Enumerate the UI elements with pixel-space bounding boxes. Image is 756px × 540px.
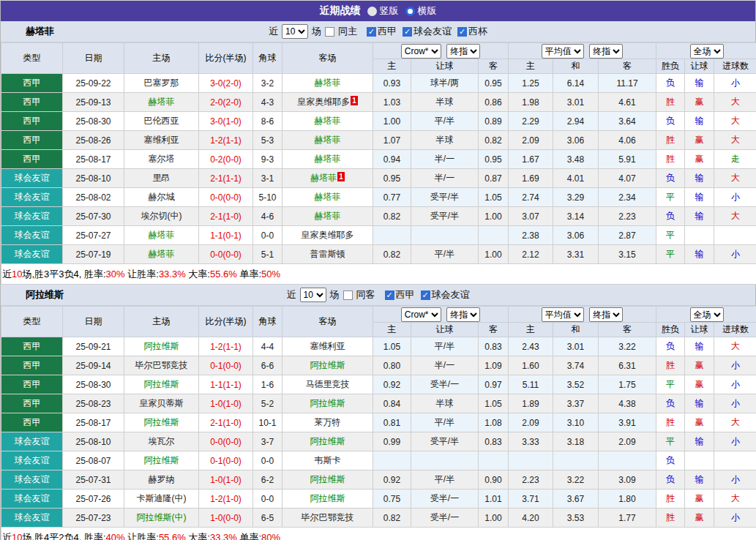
corner-score: 5-10 (253, 188, 282, 207)
corner-score: 8-6 (253, 112, 282, 131)
home-team[interactable]: 里昂 (153, 173, 171, 183)
corner-score: 4-3 (253, 93, 282, 112)
match-score: 1-2(1-1) (199, 337, 253, 356)
home-team[interactable]: 塞尔塔 (149, 154, 175, 164)
home-team-cell: 塞维利亚 (124, 131, 199, 150)
away-team[interactable]: 赫塔菲 (315, 78, 341, 88)
away-team[interactable]: 阿拉维斯 (310, 360, 345, 370)
recent-count-select[interactable]: 10 (300, 288, 326, 302)
away-team[interactable]: 塞维利亚 (310, 341, 345, 351)
crow-provider-select[interactable]: Crow* (401, 307, 441, 322)
home-team[interactable]: 巴伦西亚 (144, 116, 179, 126)
away-team[interactable]: 赫塔菲 (315, 192, 341, 202)
odds-value: 3.31 (553, 245, 599, 264)
odds-value: 3.22 (553, 470, 599, 490)
league-checkbox[interactable] (421, 290, 430, 300)
away-team[interactable]: 阿拉维斯 (310, 436, 345, 446)
crow-stage-select[interactable]: 终指 (446, 44, 480, 59)
scope-select[interactable]: 全场 (690, 307, 724, 322)
match-date: 25-08-07 (63, 451, 124, 470)
away-team[interactable]: 赫塔菲 (310, 173, 337, 183)
home-team[interactable]: 赫尔城 (149, 192, 175, 202)
match-score: 1-0(1-0) (199, 394, 253, 413)
away-team[interactable]: 毕尔巴鄂竞技 (302, 512, 354, 522)
matches-table: 类型 日期 主场 比分(半场) 角球 客场 Crow* 终指 平均值 终指 全场 (1, 42, 756, 285)
home-team[interactable]: 赫塔菲 (149, 97, 175, 107)
home-team[interactable]: 巴塞罗那 (144, 78, 179, 88)
home-team[interactable]: 赫罗纳 (149, 474, 175, 484)
away-team[interactable]: 皇家奥维耶多 (297, 97, 350, 107)
away-team[interactable]: 赫塔菲 (315, 135, 341, 145)
odds-value: 1.00 (479, 245, 509, 264)
home-team[interactable]: 埃瓦尔 (149, 436, 175, 446)
away-team[interactable]: 阿拉维斯 (310, 493, 345, 503)
col-handicap-result: 让球 (685, 59, 714, 74)
home-team[interactable]: 赫塔菲 (149, 230, 175, 240)
home-team[interactable]: 阿拉维斯 (144, 455, 179, 465)
away-team[interactable]: 韦斯卡 (315, 455, 341, 465)
crow-provider-select[interactable]: Crow* (401, 44, 441, 59)
home-team[interactable]: 阿拉维斯(中) (137, 512, 187, 522)
home-team[interactable]: 阿拉维斯 (144, 341, 179, 351)
league-checkbox[interactable] (457, 27, 467, 37)
result-value: 大 (714, 490, 756, 509)
avg-stage-select[interactable]: 终指 (589, 44, 623, 59)
match-date: 25-09-14 (63, 356, 124, 375)
crow-stage-select[interactable]: 终指 (446, 307, 480, 322)
result-value: 胜 (656, 131, 685, 150)
avg-provider-select[interactable]: 平均值 (542, 307, 584, 322)
odds-value: 3.06 (553, 131, 599, 150)
same-venue-checkbox[interactable] (343, 290, 353, 300)
away-team[interactable]: 阿拉维斯 (310, 398, 345, 408)
away-team[interactable]: 马德里竞技 (306, 379, 350, 389)
league-checkbox[interactable] (385, 290, 394, 300)
match-row: 西甲25-08-17塞尔塔0-2(0-0)9-3赫塔菲0.94半/一0.951.… (1, 150, 756, 169)
odds-value: 半球 (411, 394, 479, 413)
recent-count-select[interactable]: 10 (282, 24, 308, 39)
home-team-cell: 塞尔塔 (124, 150, 199, 169)
result-value: 大 (714, 93, 756, 112)
same-venue-label: 同主 (338, 25, 357, 38)
home-team[interactable]: 塞维利亚 (144, 135, 179, 145)
home-team[interactable]: 阿拉维斯 (144, 417, 179, 427)
layout-radio-horizontal[interactable]: 横版 (405, 4, 437, 18)
match-type-badge: 球会友谊 (1, 490, 63, 509)
scope-select[interactable]: 全场 (690, 44, 724, 59)
home-team[interactable]: 皇家贝蒂斯 (140, 398, 184, 408)
vertical-radio-icon[interactable] (367, 7, 377, 16)
odds-value: 0.90 (479, 470, 509, 490)
layout-radio-vertical[interactable]: 竖版 (367, 4, 399, 18)
away-team-cell: 皇家奥维耶多 (282, 226, 373, 245)
competition-filters: 西甲球会友谊西杯 (362, 25, 487, 38)
odds-value: 3.07 (509, 207, 553, 226)
match-row: 西甲25-08-17阿拉维斯2-1(1-0)10-1莱万特0.81平/半1.08… (1, 413, 756, 432)
home-team[interactable]: 毕尔巴鄂竞技 (135, 360, 188, 370)
match-date: 25-08-23 (63, 394, 124, 413)
odds-value (411, 451, 479, 470)
result-value: 负 (656, 207, 685, 226)
same-venue-checkbox[interactable] (325, 27, 334, 37)
away-team-cell: 毕尔巴鄂竞技 (282, 509, 373, 528)
home-team[interactable]: 卡斯迪隆(中) (137, 493, 187, 503)
home-team[interactable]: 赫塔菲 (149, 249, 175, 259)
result-value: 赢 (685, 509, 714, 528)
league-checkbox[interactable] (367, 27, 376, 37)
league-checkbox[interactable] (403, 27, 412, 37)
away-team[interactable]: 阿拉维斯 (310, 474, 345, 484)
same-venue-label: 同客 (356, 288, 375, 301)
avg-stage-select[interactable]: 终指 (589, 307, 623, 322)
result-value: 负 (656, 337, 685, 356)
away-team[interactable]: 莱万特 (315, 417, 341, 427)
odds-value: 5.91 (599, 150, 656, 169)
away-team[interactable]: 赫塔菲 (315, 154, 341, 164)
away-team[interactable]: 普雷斯顿 (310, 249, 345, 259)
avg-provider-select[interactable]: 平均值 (542, 44, 584, 59)
away-team[interactable]: 赫塔菲 (315, 116, 341, 126)
horizontal-radio-icon[interactable] (405, 7, 415, 16)
match-type-badge: 西甲 (1, 112, 63, 131)
away-team[interactable]: 皇家奥维耶多 (302, 230, 354, 240)
team-filter-bar: 阿拉维斯 近 10 场 同客 西甲球会友谊 (1, 285, 755, 306)
away-team[interactable]: 赫塔菲 (315, 211, 341, 221)
home-team[interactable]: 埃尔切(中) (141, 211, 182, 221)
home-team[interactable]: 阿拉维斯 (144, 379, 179, 389)
